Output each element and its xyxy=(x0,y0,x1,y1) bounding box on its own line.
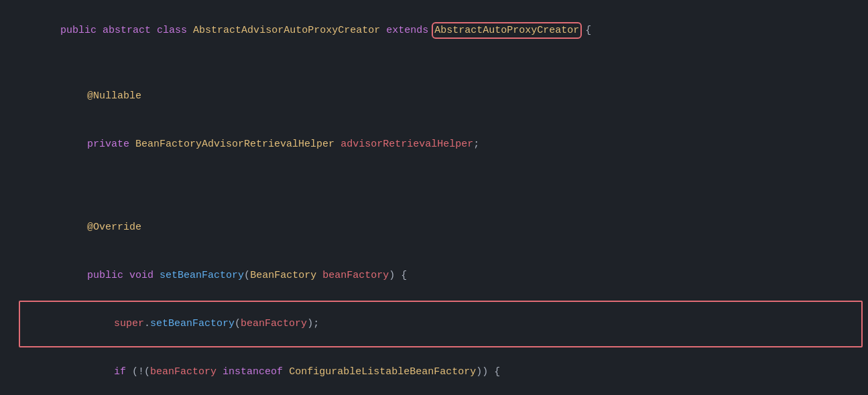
keyword-instanceof: instanceof xyxy=(223,366,283,378)
keyword-if: if xyxy=(114,366,126,378)
code-line-7: @Override xyxy=(0,204,868,252)
param-beanfactory: beanFactory xyxy=(322,270,389,281)
code-line-10: if (!(beanFactory instanceof Configurabl… xyxy=(0,348,868,395)
type-configurable-listable: ConfigurableListableBeanFactory xyxy=(289,366,476,378)
line-content-10: if (!(beanFactory instanceof Configurabl… xyxy=(24,348,863,395)
code-line-3: @Nullable xyxy=(0,72,868,121)
keyword-private: private xyxy=(87,139,129,150)
code-line-4: private BeanFactoryAdvisorRetrievalHelpe… xyxy=(0,121,868,169)
keyword-extends: extends xyxy=(386,25,428,36)
line-content-8: public void setBeanFactory(BeanFactory b… xyxy=(24,252,863,300)
method-setbeanfactory: setBeanFactory xyxy=(160,270,244,281)
code-line-6 xyxy=(0,186,868,204)
line-content-3: @Nullable xyxy=(24,72,863,121)
code-line-9: super.setBeanFactory(beanFactory); xyxy=(0,300,868,348)
keyword-void: void xyxy=(129,270,153,281)
line-content-7: @Override xyxy=(24,204,863,252)
line-content-2 xyxy=(24,56,863,72)
keyword-super: super xyxy=(114,318,144,329)
code-line-8: public void setBeanFactory(BeanFactory b… xyxy=(0,252,868,300)
keyword-abstract: abstract xyxy=(103,25,151,36)
code-editor: public abstract class AbstractAdvisorAut… xyxy=(0,0,868,395)
line-content-6 xyxy=(24,187,863,203)
var-beanfactory-if: beanFactory xyxy=(150,366,216,378)
code-line-1: public abstract class AbstractAdvisorAut… xyxy=(0,7,868,55)
keyword-public-2: public xyxy=(87,270,123,281)
classname-abstract-advisor: AbstractAdvisorAutoProxyCreator xyxy=(193,25,380,36)
code-line-5 xyxy=(0,169,868,186)
arg-beanfactory-super: beanFactory xyxy=(241,318,307,329)
code-line-2 xyxy=(0,55,868,72)
type-bfar-helper: BeanFactoryAdvisorRetrievalHelper xyxy=(135,139,334,150)
keyword-class: class xyxy=(157,25,187,36)
line-content-1: public abstract class AbstractAdvisorAut… xyxy=(24,7,863,55)
line-content-9: super.setBeanFactory(beanFactory); xyxy=(24,300,863,348)
annotation-nullable: @Nullable xyxy=(87,90,141,102)
method-setbeanfactory-super: setBeanFactory xyxy=(150,318,235,329)
keyword-public: public xyxy=(60,25,97,36)
field-advisor-retrieval-helper: advisorRetrievalHelper xyxy=(340,139,473,150)
classname-abstract-auto-proxy: AbstractAutoProxyCreator xyxy=(434,25,579,36)
type-beanfactory: BeanFactory xyxy=(250,270,316,281)
line-content-5 xyxy=(24,169,863,185)
line-content-4: private BeanFactoryAdvisorRetrievalHelpe… xyxy=(24,121,863,169)
annotation-override: @Override xyxy=(87,222,141,233)
